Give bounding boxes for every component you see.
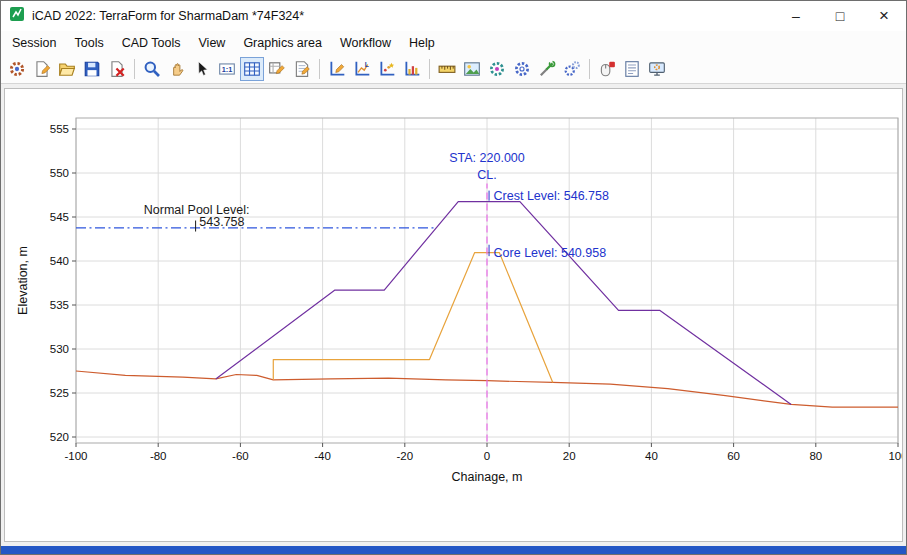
x-tick-label: -40 (314, 450, 331, 462)
x-tick-label: 80 (809, 450, 822, 462)
zoom-icon (143, 60, 161, 78)
run-process-icon (563, 60, 581, 78)
toolbar-separator (134, 59, 135, 79)
x-tick-label: 40 (645, 450, 658, 462)
settings-gear-icon (513, 60, 531, 78)
grid-button[interactable] (240, 57, 264, 81)
pan-button[interactable] (165, 57, 189, 81)
image-view-button[interactable] (460, 57, 484, 81)
open-drawing-icon (58, 60, 76, 78)
display-settings-icon (648, 60, 666, 78)
grid-icon (243, 60, 261, 78)
y-tick-label: 540 (50, 255, 69, 267)
window-title: iCAD 2022: TerraForm for SharmaDam *74F3… (32, 9, 304, 23)
core-level-label: Core Level: 540.958 (494, 246, 607, 260)
graphics-area: STA: 220.000CL.Crest Level: 546.758Core … (4, 88, 903, 542)
app-settings-icon (8, 60, 26, 78)
app-window: iCAD 2022: TerraForm for SharmaDam *74F3… (0, 0, 907, 555)
edit-sheet-icon (293, 60, 311, 78)
edit-cell-icon (268, 60, 286, 78)
x-tick-label: -60 (232, 450, 249, 462)
actual-size-button[interactable]: 1:1 (215, 57, 239, 81)
y-tick-label: 545 (50, 211, 69, 223)
pan-icon (168, 60, 186, 78)
save-drawing-icon (83, 60, 101, 78)
chart-columns-button[interactable] (400, 57, 424, 81)
y-tick-label: 525 (50, 387, 69, 399)
mouse-settings-icon (598, 60, 616, 78)
open-drawing-button[interactable] (55, 57, 79, 81)
machine-settings-button[interactable] (485, 57, 509, 81)
x-tick-label: 100 (888, 450, 902, 462)
x-tick-label: 20 (563, 450, 576, 462)
machine-settings-icon (488, 60, 506, 78)
y-axis-label: Elevation, m (16, 246, 30, 315)
toolbar: 1:1L (1, 55, 906, 84)
zoom-button[interactable] (140, 57, 164, 81)
window-controls: – □ × (774, 1, 906, 31)
chart-points-icon (378, 60, 396, 78)
crest-level-label: Crest Level: 546.758 (494, 189, 609, 203)
run-process-button[interactable] (560, 57, 584, 81)
x-tick-label: 60 (727, 450, 740, 462)
mouse-settings-button[interactable] (595, 57, 619, 81)
minimize-button[interactable]: – (774, 1, 818, 31)
x-axis-label: Chainage, m (452, 470, 523, 484)
image-view-icon (463, 60, 481, 78)
y-tick-label: 555 (50, 123, 69, 135)
toolbar-separator (589, 59, 590, 79)
new-drawing-icon (33, 60, 51, 78)
station-label: STA: 220.000 (449, 151, 525, 165)
display-settings-button[interactable] (645, 57, 669, 81)
actual-size-icon: 1:1 (218, 60, 236, 78)
chart-labels-button[interactable]: L (350, 57, 374, 81)
menu-item-help[interactable]: Help (400, 33, 444, 53)
menu-item-tools[interactable]: Tools (65, 33, 112, 53)
menu-item-cad-tools[interactable]: CAD Tools (113, 33, 190, 53)
session-log-button[interactable] (620, 57, 644, 81)
y-tick-label: 520 (50, 431, 69, 443)
svg-text:L: L (365, 61, 369, 68)
icad-logo-icon (9, 6, 25, 22)
app-icon (9, 6, 25, 26)
measure-ruler-icon (438, 60, 456, 78)
toolbar-separator (429, 59, 430, 79)
x-tick-label: -100 (64, 450, 87, 462)
maximize-button[interactable]: □ (818, 1, 862, 31)
menu-item-workflow[interactable]: Workflow (331, 33, 400, 53)
settings-gear-button[interactable] (510, 57, 534, 81)
save-drawing-button[interactable] (80, 57, 104, 81)
x-tick-label: -80 (150, 450, 167, 462)
chart-columns-icon (403, 60, 421, 78)
pick-icon (193, 60, 211, 78)
close-button[interactable]: × (862, 1, 906, 31)
edit-cell-button[interactable] (265, 57, 289, 81)
new-drawing-button[interactable] (30, 57, 54, 81)
y-tick-label: 530 (50, 343, 69, 355)
chart-edit-icon (328, 60, 346, 78)
y-tick-label: 535 (50, 299, 69, 311)
chart-labels-icon: L (353, 60, 371, 78)
chart-points-button[interactable] (375, 57, 399, 81)
menu-item-view[interactable]: View (190, 33, 235, 53)
toolbar-separator (319, 59, 320, 79)
pick-button[interactable] (190, 57, 214, 81)
tools-icon (538, 60, 556, 78)
menu-item-session[interactable]: Session (3, 33, 65, 53)
normal-pool-level-value: 543.758 (199, 215, 244, 229)
session-log-icon (623, 60, 641, 78)
y-tick-label: 550 (50, 167, 69, 179)
dam-cross-section-chart[interactable]: STA: 220.000CL.Crest Level: 546.758Core … (5, 89, 902, 542)
tools-button[interactable] (535, 57, 559, 81)
edit-sheet-button[interactable] (290, 57, 314, 81)
menu-bar: SessionToolsCAD ToolsViewGraphics areaWo… (1, 31, 906, 55)
chart-edit-button[interactable] (325, 57, 349, 81)
title-bar: iCAD 2022: TerraForm for SharmaDam *74F3… (1, 1, 906, 31)
menu-item-graphics-area[interactable]: Graphics area (234, 33, 331, 53)
app-settings-button[interactable] (5, 57, 29, 81)
measure-ruler-button[interactable] (435, 57, 459, 81)
close-drawing-button[interactable] (105, 57, 129, 81)
taskbar-strip (1, 546, 906, 554)
x-tick-label: -20 (396, 450, 413, 462)
x-tick-label: 0 (484, 450, 490, 462)
